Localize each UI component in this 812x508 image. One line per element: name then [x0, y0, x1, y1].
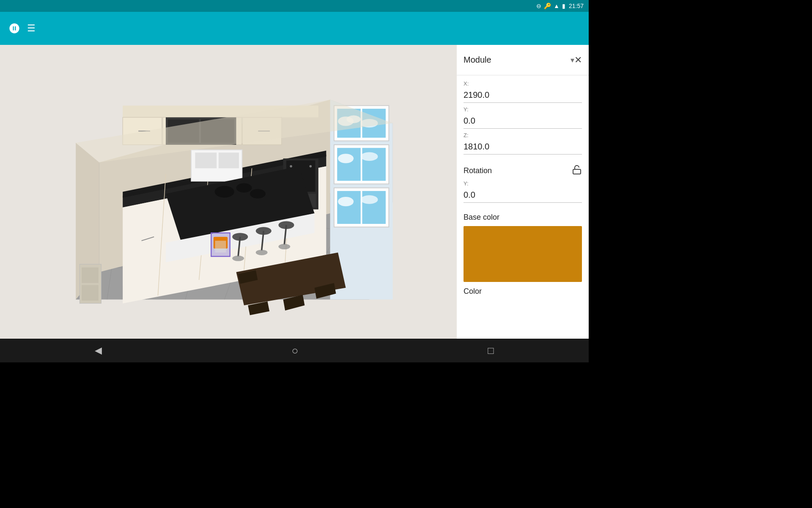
base-color-label: Base color	[464, 213, 582, 222]
svg-rect-87	[82, 285, 99, 301]
app-bar: ☰	[0, 12, 589, 45]
signal-minus-icon: ⊖	[536, 3, 541, 9]
svg-point-27	[338, 154, 354, 163]
y-field-group: Y:	[464, 106, 582, 129]
rotation-header: Rotation	[464, 165, 582, 177]
svg-rect-56	[219, 152, 239, 168]
svg-rect-19	[337, 148, 361, 181]
svg-rect-22	[337, 191, 361, 224]
z-input[interactable]	[464, 140, 582, 155]
panel-dropdown-arrow[interactable]: ▾	[571, 55, 574, 65]
home-button[interactable]: ○	[281, 341, 308, 361]
x-field-group: X:	[464, 80, 582, 103]
x-label: X:	[464, 80, 582, 87]
status-icons: ⊖ 🔑 ▲ ▮	[536, 3, 565, 9]
svg-rect-89	[573, 169, 581, 174]
hamburger-icon[interactable]: ☰	[27, 23, 36, 34]
rotation-y-field-group: Y:	[464, 180, 582, 203]
right-panel: Module ▾ ✕ X: Y: Z: Rota	[457, 45, 589, 339]
x-input[interactable]	[464, 88, 582, 103]
z-field-group: Z:	[464, 132, 582, 155]
svg-point-75	[278, 244, 290, 249]
color-section-label: Color	[464, 287, 582, 296]
kitchen-svg	[0, 45, 457, 339]
color-swatch[interactable]	[464, 226, 582, 282]
z-label: Z:	[464, 132, 582, 138]
svg-point-29	[338, 197, 354, 206]
key-icon: 🔑	[544, 3, 551, 9]
main-content: Module ▾ ✕ X: Y: Z: Rota	[0, 45, 589, 339]
svg-rect-55	[195, 152, 217, 168]
lock-icon[interactable]	[572, 165, 582, 177]
svg-point-63	[215, 186, 234, 198]
panel-title: Module	[464, 55, 569, 65]
panel-header: Module ▾ ✕	[457, 45, 589, 75]
y-input[interactable]	[464, 114, 582, 129]
svg-rect-86	[82, 268, 99, 283]
status-time: 21:57	[569, 3, 584, 9]
rotation-y-input[interactable]	[464, 188, 582, 203]
close-button[interactable]: ✕	[574, 55, 582, 66]
svg-point-64	[236, 183, 252, 193]
recent-button[interactable]: □	[477, 341, 504, 360]
status-bar: ⊖ 🔑 ▲ ▮ 21:57	[0, 0, 589, 12]
panel-content: X: Y: Z: Rotation	[457, 75, 589, 339]
svg-point-65	[250, 189, 266, 199]
svg-rect-79	[215, 241, 226, 253]
3d-view[interactable]	[0, 45, 457, 339]
back-button[interactable]: ◀	[85, 342, 112, 359]
svg-point-69	[232, 256, 244, 261]
svg-point-28	[361, 152, 378, 161]
rotation-label: Rotation	[464, 166, 572, 175]
svg-point-60	[290, 165, 292, 168]
rotation-y-label: Y:	[464, 180, 582, 187]
svg-point-30	[361, 195, 378, 204]
battery-icon: ▮	[562, 3, 565, 9]
kitchen-scene	[0, 45, 457, 339]
app-icon	[8, 22, 20, 34]
wifi-icon: ▲	[554, 3, 560, 9]
y-label: Y:	[464, 106, 582, 113]
nav-bar: ◀ ○ □	[0, 339, 589, 362]
svg-point-72	[256, 250, 268, 255]
svg-point-61	[310, 165, 312, 168]
